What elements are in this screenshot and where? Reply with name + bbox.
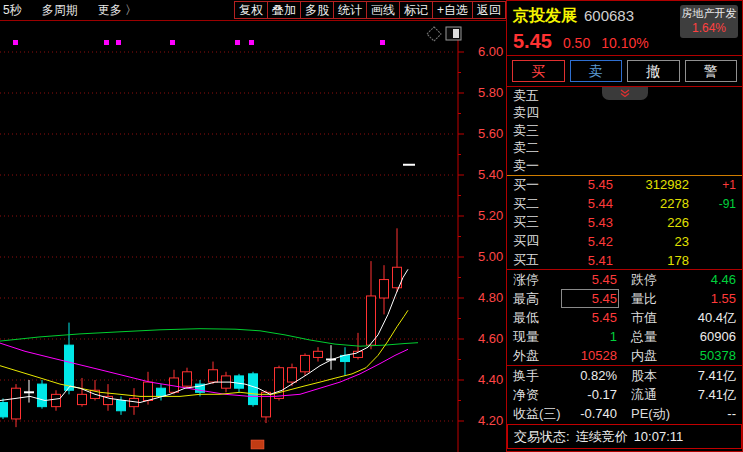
queue-volume: 226: [613, 215, 689, 230]
sector-badge[interactable]: 房地产开发 1.64%: [680, 5, 738, 38]
stats-row: 换手0.82%股本7.41亿: [507, 366, 742, 385]
trade-status-bar: 交易状态:连续竞价10:07:11: [507, 424, 742, 449]
price-change: 0.50: [563, 35, 590, 51]
buy-button[interactable]: 买: [512, 60, 565, 82]
queue-label: 卖五: [513, 87, 553, 105]
collapse-pill[interactable]: [602, 87, 648, 100]
stock-name: 京投发展: [513, 7, 577, 24]
back-button[interactable]: 返回: [472, 1, 506, 19]
ma-white: [0, 269, 408, 402]
stat-label: 量比: [631, 290, 681, 308]
multi-period-menu[interactable]: 多周期: [42, 2, 78, 19]
stock-header: 京投发展600683 5.45 0.50 10.10% 房地产开发 1.64%: [507, 1, 742, 56]
queue-change: +1: [689, 178, 736, 192]
restoration-button[interactable]: 复权: [234, 1, 268, 19]
chart-area: 6.005.805.605.405.205.004.804.604.404.20: [0, 21, 506, 452]
stats-row: 外盘10528内盘50378: [507, 346, 742, 365]
queue-label: 买二: [513, 195, 553, 213]
overlay-button[interactable]: 叠加: [267, 1, 301, 19]
down-candle: [65, 345, 74, 390]
order-book: 卖五 卖四 卖三 卖二 卖一 买一5.45312982+1 买二5.442278…: [507, 87, 742, 269]
stat-value: 5.45: [563, 291, 617, 306]
sell-queue-row[interactable]: 卖三: [507, 122, 742, 140]
signal-square-marker: [380, 40, 385, 45]
up-candle: [12, 388, 21, 419]
queue-volume: 312982: [613, 177, 689, 192]
price-axis-label: 5.80: [478, 85, 503, 100]
buy-queue-row[interactable]: 买三5.43226: [507, 213, 742, 232]
stats-row: 涨停5.45跌停4.46: [507, 270, 742, 289]
quote-panel: 京投发展600683 5.45 0.50 10.10% 房地产开发 1.64% …: [506, 0, 743, 452]
period-5s[interactable]: 5秒: [3, 2, 22, 19]
down-candle: [235, 376, 244, 388]
up-candle: [288, 368, 297, 382]
sell-button[interactable]: 卖: [570, 60, 623, 82]
buy-queue-row[interactable]: 买一5.45312982+1: [507, 176, 742, 195]
buy-queue-row[interactable]: 买四5.4223: [507, 232, 742, 251]
stats-block-1: 涨停5.45跌停4.46 最高5.45量比1.55 最低5.45市值40.4亿 …: [507, 270, 742, 365]
mark-button[interactable]: 标记: [399, 1, 433, 19]
sell-queue-row[interactable]: 卖一: [507, 157, 742, 175]
up-candle: [78, 394, 87, 404]
stat-value: 5.45: [563, 310, 617, 325]
up-candle: [209, 370, 218, 382]
stat-value: 50378: [681, 348, 736, 363]
price-axis-label: 5.60: [478, 126, 503, 141]
queue-label: 买四: [513, 232, 553, 250]
stat-label: 内盘: [631, 347, 681, 365]
queue-label: 卖二: [513, 139, 553, 157]
sell-queue-row[interactable]: 卖二: [507, 140, 742, 158]
price-axis-label: 4.80: [478, 290, 503, 305]
stat-label: 总量: [631, 328, 681, 346]
stat-label: PE(动): [631, 405, 681, 423]
queue-change: -91: [689, 197, 736, 211]
price-change-percent: 10.10%: [601, 35, 648, 51]
stat-value: 40.4亿: [681, 309, 736, 327]
stat-value: -0.740: [563, 406, 617, 421]
stat-label: 最高: [513, 290, 563, 308]
stock-app-window: 5秒 多周期 更多 〉 复权 叠加 多股 统计 画线 标记 +自选 返回 6.0…: [0, 0, 743, 452]
down-candle: [117, 401, 126, 411]
buy-queue-row[interactable]: 买二5.442278-91: [507, 194, 742, 213]
stats-block-2: 换手0.82%股本7.41亿 净资-0.17流通7.41亿 收益(三)-0.74…: [507, 366, 742, 423]
signal-square-marker: [116, 40, 121, 45]
stats-row: 最高5.45量比1.55: [507, 289, 742, 308]
sell-queue-row[interactable]: 卖四: [507, 105, 742, 123]
stat-value: 0.82%: [563, 368, 617, 383]
price-axis-label: 6.00: [478, 44, 503, 59]
cancel-order-button[interactable]: 撤: [627, 60, 680, 82]
down-candle: [157, 388, 166, 396]
stat-label: 收益(三): [513, 405, 563, 423]
queue-price: 5.43: [553, 215, 613, 230]
stat-value: 7.41亿: [681, 386, 736, 404]
stat-value: 7.41亿: [681, 367, 736, 385]
queue-volume: 2278: [613, 196, 689, 211]
stat-label: 涨停: [513, 271, 563, 289]
more-menu[interactable]: 更多 〉: [98, 2, 137, 19]
queue-volume: 23: [613, 234, 689, 249]
alert-button[interactable]: 警: [685, 60, 738, 82]
queue-price: 5.45: [553, 177, 613, 192]
stat-value: 1.55: [681, 291, 736, 306]
stats-row: 最低5.45市值40.4亿: [507, 308, 742, 327]
chart-toolbar: 5秒 多周期 更多 〉 复权 叠加 多股 统计 画线 标记 +自选 返回: [0, 0, 506, 21]
price-axis-label: 5.00: [478, 249, 503, 264]
stat-label: 跌停: [631, 271, 681, 289]
candlestick-chart[interactable]: 6.005.805.605.405.205.004.804.604.404.20: [0, 21, 506, 452]
statistics-button[interactable]: 统计: [333, 1, 367, 19]
queue-label: 卖三: [513, 122, 553, 140]
price-axis-label: 5.20: [478, 208, 503, 223]
queue-label: 买一: [513, 176, 553, 194]
trade-status-label: 交易状态:: [514, 428, 570, 446]
add-watchlist-button[interactable]: +自选: [432, 1, 473, 19]
diamond-marker-icon[interactable]: [427, 27, 441, 41]
stat-value: 5.45: [563, 272, 617, 287]
multi-stock-button[interactable]: 多股: [300, 1, 334, 19]
stats-row: 收益(三)-0.740PE(动)--: [507, 404, 742, 423]
queue-label: 买三: [513, 213, 553, 231]
stat-value: -0.17: [563, 387, 617, 402]
draw-line-button[interactable]: 画线: [366, 1, 400, 19]
stat-label: 市值: [631, 309, 681, 327]
buy-queue-row[interactable]: 买五5.41178: [507, 251, 742, 270]
chart-event-marker[interactable]: [251, 440, 264, 449]
